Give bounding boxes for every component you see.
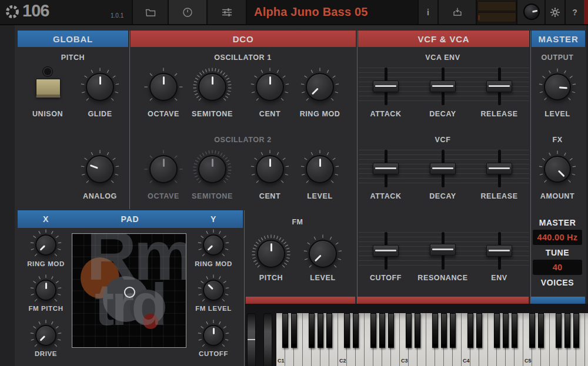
output-title: OUTPUT: [542, 53, 574, 62]
black-key[interactable]: [415, 313, 420, 348]
analog-label: ANALOG: [83, 192, 117, 200]
cutoff-slider[interactable]: [372, 232, 400, 270]
vca-decay-label: DECAY: [429, 110, 456, 118]
pad-y-ring-mod-label: RING MOD: [195, 260, 232, 267]
osc1-cent-knob[interactable]: [250, 68, 289, 106]
black-key[interactable]: [538, 313, 544, 348]
fx-title: FX: [552, 136, 562, 144]
black-key[interactable]: [476, 313, 482, 348]
black-key[interactable]: [503, 313, 509, 348]
output-level-knob[interactable]: [539, 68, 576, 106]
fx-amount-knob[interactable]: [539, 150, 576, 188]
osc2-level-knob[interactable]: [300, 150, 339, 189]
black-key[interactable]: [450, 313, 456, 348]
black-key[interactable]: [379, 313, 385, 348]
glide-knob[interactable]: [81, 68, 119, 106]
meter-left-channel: [477, 1, 516, 11]
vcf-decay-slider[interactable]: [429, 150, 457, 187]
master-volume-knob[interactable]: [516, 0, 544, 24]
help-button[interactable]: ?: [564, 0, 584, 24]
piano-keyboard[interactable]: C1C2C3C4C5: [276, 313, 588, 366]
osc2-semitone-knob[interactable]: [193, 150, 232, 189]
black-key[interactable]: [353, 313, 359, 348]
osc1-octave-label: OCTAVE: [148, 110, 179, 118]
black-key[interactable]: [494, 313, 500, 348]
resonance-label: RESONANCE: [417, 274, 467, 282]
pitch-wheel[interactable]: [247, 313, 256, 366]
folder-icon: [145, 7, 156, 18]
osc1-ring-mod-knob[interactable]: [300, 68, 339, 106]
pad-y-ring-mod-knob[interactable]: [198, 229, 229, 261]
black-key[interactable]: [556, 313, 562, 348]
divider: [244, 210, 245, 366]
dco-accent-bar: [246, 297, 355, 304]
titlebar-accent: [584, 0, 588, 24]
black-key[interactable]: [326, 313, 332, 348]
black-key[interactable]: [529, 313, 535, 348]
pad-x-ring-mod-knob[interactable]: [30, 229, 62, 261]
settings-sliders-button[interactable]: [206, 0, 246, 24]
pad-x-drive-knob[interactable]: [30, 320, 62, 351]
black-key[interactable]: [318, 313, 323, 348]
settings-button[interactable]: [544, 0, 564, 24]
history-button[interactable]: [168, 0, 206, 24]
fm-pitch-knob[interactable]: [252, 234, 290, 273]
voices-value: 40: [553, 263, 563, 272]
vca-release-slider[interactable]: [485, 68, 513, 105]
xy-pad[interactable]: Rm trd: [72, 233, 186, 348]
osc2-octave-knob[interactable]: [144, 150, 183, 189]
vcf-attack-slider[interactable]: [372, 150, 400, 187]
vca-attack-slider[interactable]: [372, 68, 400, 105]
pad-title: PAD: [121, 210, 139, 228]
black-key[interactable]: [291, 313, 297, 348]
black-key[interactable]: [467, 313, 473, 348]
voices-value-box[interactable]: 40: [533, 260, 582, 275]
master-tune-title: MASTER: [539, 218, 576, 227]
resonance-slider[interactable]: [429, 232, 457, 270]
keyboard-area: C1C2C3C4C5: [245, 304, 588, 366]
save-icon: [452, 6, 463, 18]
gear-icon: [550, 7, 560, 18]
pad-x-fm-pitch-knob[interactable]: [30, 274, 62, 306]
black-key[interactable]: [370, 313, 376, 348]
black-key[interactable]: [441, 313, 447, 348]
white-key[interactable]: [585, 313, 588, 366]
vca-attack-label: ATTACK: [370, 110, 401, 118]
black-key[interactable]: [564, 313, 570, 348]
black-key[interactable]: [406, 313, 412, 348]
mod-wheel[interactable]: [263, 313, 272, 366]
tune-value-box[interactable]: 440.00 Hz: [533, 230, 582, 245]
analog-knob[interactable]: [81, 150, 119, 189]
black-key[interactable]: [573, 313, 579, 348]
cutoff-label: CUTOFF: [370, 274, 402, 282]
save-preset-button[interactable]: [437, 0, 476, 24]
preset-browser-button[interactable]: [132, 0, 168, 24]
black-key[interactable]: [432, 313, 438, 348]
osc1-semitone-knob[interactable]: [193, 68, 232, 106]
black-key[interactable]: [282, 313, 288, 348]
fm-level-knob[interactable]: [303, 234, 342, 273]
watermark-text-bottom: trd: [95, 275, 164, 334]
pad-y-cutoff-knob[interactable]: [198, 320, 229, 351]
glide-label: GLIDE: [88, 110, 112, 118]
clock-icon: [182, 6, 193, 18]
black-key[interactable]: [344, 313, 350, 348]
black-key[interactable]: [309, 313, 315, 348]
pitch-title: PITCH: [61, 53, 85, 62]
vcf-release-slider[interactable]: [485, 150, 513, 187]
pad-y-fm-level-knob[interactable]: [198, 274, 229, 306]
unison-button[interactable]: [36, 79, 61, 98]
octave-label: C2: [339, 358, 346, 364]
info-button[interactable]: i: [417, 0, 437, 24]
osc2-cent-knob[interactable]: [250, 150, 289, 189]
env-slider[interactable]: [485, 232, 513, 270]
vca-decay-slider[interactable]: [429, 68, 457, 105]
unison-led: [43, 67, 52, 76]
xy-pad-cursor[interactable]: [124, 287, 135, 298]
osc1-octave-knob[interactable]: [144, 68, 183, 106]
preset-display[interactable]: Alpha Juno Bass 05: [246, 0, 417, 24]
pad-x-fm-pitch-label: FM PITCH: [28, 305, 63, 312]
black-key[interactable]: [512, 313, 517, 348]
black-key[interactable]: [388, 313, 394, 348]
octave-label: C1: [278, 358, 285, 364]
